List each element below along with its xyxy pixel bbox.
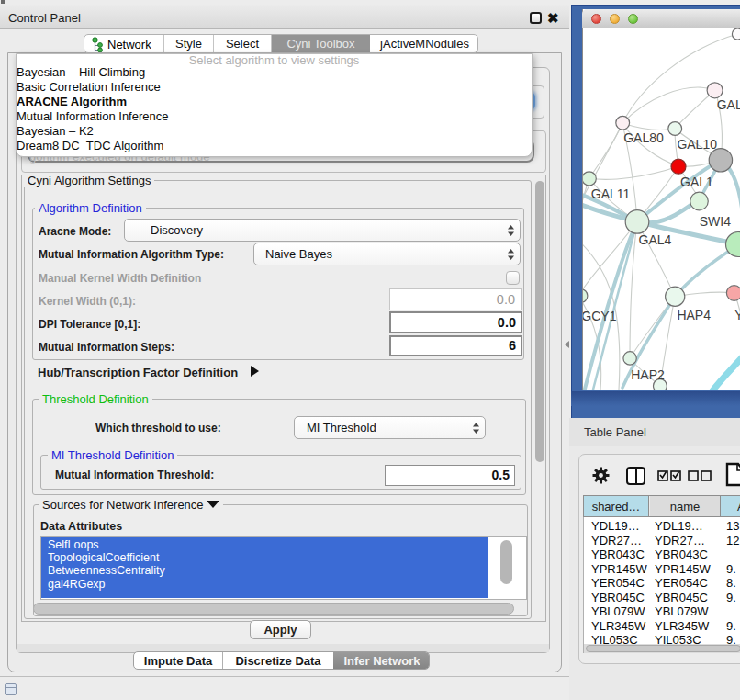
- svg-text:GAL10: GAL10: [677, 137, 717, 152]
- svg-text:HAP4: HAP4: [677, 308, 711, 322]
- svg-text:GAL80: GAL80: [623, 130, 664, 145]
- svg-text:GAL7: GAL7: [717, 97, 740, 112]
- svg-text:GCY1: GCY1: [583, 309, 617, 323]
- svg-text:GAL11: GAL11: [591, 186, 631, 201]
- svg-text:HAP2: HAP2: [631, 367, 665, 382]
- svg-text:GAL1: GAL1: [680, 175, 713, 189]
- svg-text:GAL4: GAL4: [639, 232, 672, 247]
- svg-text:SWI4: SWI4: [700, 214, 731, 229]
- svg-text:YD: YD: [734, 308, 740, 322]
